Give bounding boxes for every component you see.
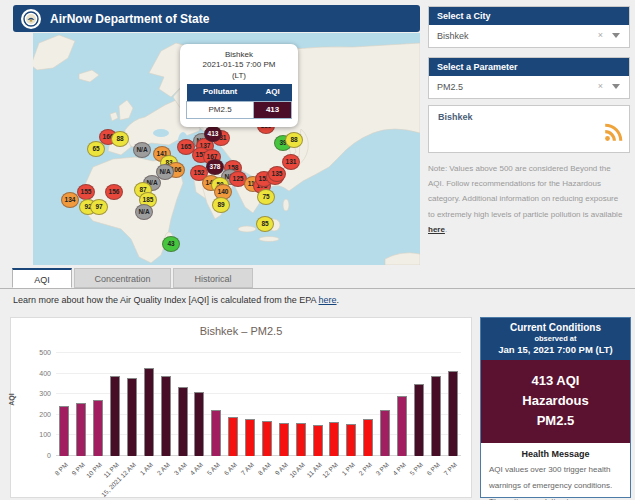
app-header: AirNow Department of State (13, 5, 420, 32)
gridline (56, 352, 461, 353)
epa-here-link[interactable]: here (319, 295, 337, 305)
aqi-map-marker[interactable]: 135 (268, 166, 286, 182)
popup-datetime: 2021-01-15 7:00 PM (186, 60, 292, 70)
aqi-bar (346, 424, 356, 456)
page: AirNow Department of State (0, 0, 635, 500)
popup-city: Bishkek (186, 50, 292, 60)
aqi-chart-card: Bishkek – PM2.5 AQI 0100200300400500 8 P… (10, 317, 472, 498)
parameter-dropdown-value: PM2.5 (437, 82, 463, 92)
app-title: AirNow Department of State (50, 12, 209, 26)
chart-y-axis-label: AQI (8, 393, 15, 405)
aqi-bar (431, 376, 441, 456)
aqi-map-marker[interactable]: 88 (285, 132, 303, 148)
parameter-clear-icon[interactable]: × (598, 81, 603, 91)
y-axis-tick: 300 (23, 390, 51, 397)
select-parameter-header: Select a Parameter (429, 58, 629, 76)
aqi-bar (363, 419, 373, 456)
aqi-bar (279, 423, 289, 456)
gridline (56, 373, 461, 374)
aqi-bar (245, 419, 255, 456)
aqi-bar (59, 406, 69, 456)
aqi-map-marker[interactable]: 65 (87, 141, 105, 157)
aqi-bar (161, 376, 171, 456)
aqi-map-marker[interactable]: 156 (105, 184, 123, 200)
y-axis-tick: 200 (23, 411, 51, 418)
map-popup: Bishkek 2021-01-15 7:00 PM (LT) Pollutan… (180, 44, 298, 127)
parameter-chevron-down-icon[interactable] (612, 84, 620, 89)
aqi-category: Hazardous (481, 391, 630, 411)
city-feed-box: Bishkek (428, 105, 630, 153)
aqi-map-marker[interactable]: 131 (282, 154, 300, 170)
popup-timezone: (LT) (186, 71, 292, 81)
aqi-map-marker[interactable]: 75 (257, 189, 275, 205)
learn-more-text: Learn more about how the Air Quality Ind… (13, 295, 339, 305)
aqi-world-map[interactable]: 1668865N/A14116583106N/AN/A87185N/A15513… (33, 33, 420, 265)
health-message-block: Health Message AQI values over 300 trigg… (481, 443, 630, 500)
aqi-map-marker[interactable]: N/A (133, 142, 151, 158)
observed-at-label: observed at (483, 334, 628, 343)
aqi-bar (414, 384, 424, 456)
health-message-title: Health Message (489, 449, 622, 459)
select-city-box: Select a City Bishkek × (428, 6, 630, 48)
aqi-bar (144, 368, 154, 456)
aqi-note: Note: Values above 500 are considered Be… (428, 161, 626, 237)
popup-col-aqi: AQI (254, 84, 292, 101)
rss-feed-icon[interactable] (602, 122, 624, 148)
aqi-bar (93, 400, 103, 456)
tab-aqi[interactable]: AQI (12, 268, 72, 288)
aqi-map-marker[interactable]: 43 (162, 236, 180, 252)
aqi-bar (127, 378, 137, 456)
tab-historical[interactable]: Historical (173, 268, 253, 288)
y-axis-tick: 100 (23, 431, 51, 438)
aqi-map-marker[interactable]: 89 (212, 197, 230, 213)
note-text: Note: Values above 500 are considered Be… (428, 164, 622, 219)
aqi-bar (329, 422, 339, 456)
health-message-text: AQI values over 300 trigger health warni… (489, 462, 622, 500)
city-chevron-down-icon[interactable] (612, 33, 620, 38)
y-axis-tick: 0 (23, 452, 51, 459)
aqi-map-marker[interactable]: N/A (135, 204, 153, 220)
y-axis-tick: 500 (23, 349, 51, 356)
chart-title: Bishkek – PM2.5 (11, 325, 471, 337)
aqi-bar (397, 396, 407, 456)
current-conditions-title: Current Conditions (483, 322, 628, 333)
popup-pollutant-value: PM2.5 (187, 101, 254, 118)
aqi-bar (228, 417, 238, 456)
aqi-map-marker[interactable]: 85 (256, 216, 274, 232)
note-here-link[interactable]: here (428, 225, 445, 234)
aqi-bar (448, 371, 458, 456)
aqi-value: 413 AQI (481, 371, 630, 391)
select-city-header: Select a City (429, 7, 629, 25)
city-dropdown-value: Bishkek (437, 31, 469, 41)
popup-aqi-value: 413 (254, 101, 292, 118)
view-tabs: AQIConcentrationHistorical (12, 268, 253, 288)
aqi-bar (296, 423, 306, 456)
city-clear-icon[interactable]: × (598, 30, 603, 40)
city-dropdown[interactable]: Bishkek × (429, 25, 629, 47)
aqi-bar (380, 410, 390, 456)
current-conditions-header: Current Conditions observed at Jan 15, 2… (481, 318, 630, 360)
current-conditions-panel: Current Conditions observed at Jan 15, 2… (480, 317, 631, 498)
aqi-map-marker[interactable]: 88 (111, 131, 129, 147)
y-axis-tick: 400 (23, 370, 51, 377)
aqi-bar (110, 376, 120, 456)
state-department-seal-icon (21, 9, 41, 29)
aqi-bar (194, 392, 204, 456)
aqi-bar (178, 387, 188, 456)
aqi-bar (76, 403, 86, 456)
tab-concentration[interactable]: Concentration (74, 268, 171, 288)
chart-plot-area (56, 353, 461, 456)
popup-aqi-table: Pollutant AQI PM2.5 413 (186, 84, 292, 119)
aqi-map-marker[interactable]: 97 (90, 199, 108, 215)
feed-city-label: Bishkek (438, 112, 473, 122)
observed-datetime: Jan 15, 2021 7:00 PM (LT) (483, 344, 628, 355)
parameter-dropdown[interactable]: PM2.5 × (429, 76, 629, 98)
aqi-bar (262, 421, 272, 456)
aqi-bar (313, 425, 323, 456)
popup-col-pollutant: Pollutant (187, 84, 254, 101)
aqi-map-marker[interactable]: 155 (77, 184, 95, 200)
select-parameter-box: Select a Parameter PM2.5 × (428, 57, 630, 99)
aqi-map-marker[interactable]: 134 (61, 192, 79, 208)
aqi-summary-block: 413 AQI Hazardous PM2.5 (481, 360, 630, 443)
aqi-pollutant: PM2.5 (481, 411, 630, 431)
